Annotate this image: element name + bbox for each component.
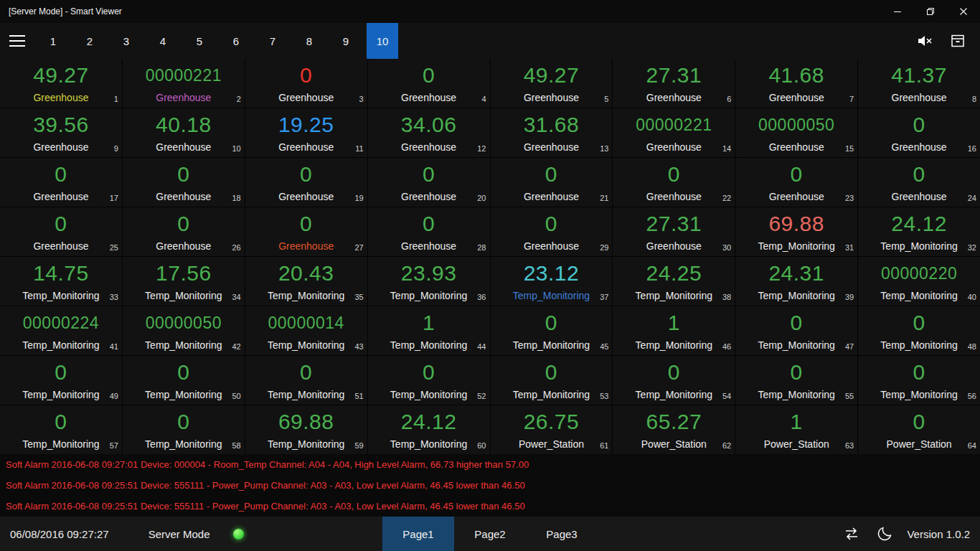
sensor-tile[interactable]: 41.68Greenhouse7 (735, 59, 857, 108)
sensor-tile[interactable]: 00000224Temp_Monitoring41 (0, 306, 122, 355)
sensor-tile[interactable]: 1Temp_Monitoring46 (613, 306, 735, 355)
tab-page1[interactable]: Page1 (382, 517, 454, 551)
sensor-tile[interactable]: 40.18Greenhouse10 (123, 108, 245, 157)
sensor-tile[interactable]: 0Greenhouse19 (245, 158, 367, 207)
sensor-tile[interactable]: 65.27Power_Station62 (613, 405, 735, 454)
sensor-tile[interactable]: 0Temp_Monitoring53 (491, 356, 613, 405)
sensor-tile[interactable]: 0Greenhouse28 (368, 207, 490, 256)
sensor-tile[interactable]: 0Greenhouse16 (858, 108, 980, 157)
sensor-tile[interactable]: 24.12Temp_Monitoring60 (368, 405, 490, 454)
sensor-tile[interactable]: 31.68Greenhouse13 (491, 108, 613, 157)
sensor-tile[interactable]: 0Greenhouse26 (123, 207, 245, 256)
sensor-tile[interactable]: 14.75Temp_Monitoring33 (0, 257, 122, 306)
tile-label: Greenhouse (858, 92, 980, 104)
sensor-tile[interactable]: 0Temp_Monitoring47 (735, 306, 857, 355)
sensor-tile[interactable]: 0Temp_Monitoring58 (123, 405, 245, 454)
tile-index: 41 (110, 342, 118, 351)
tile-index: 9 (114, 144, 118, 153)
minimize-button[interactable] (881, 0, 914, 23)
sensor-tile[interactable]: 0Greenhouse27 (245, 207, 367, 256)
sensor-tile[interactable]: 00000221Greenhouse2 (123, 59, 245, 108)
sensor-tile[interactable]: 26.75Power_Station61 (491, 405, 613, 454)
sensor-tile[interactable]: 1Power_Station63 (735, 405, 857, 454)
menu-button[interactable] (0, 23, 34, 59)
sensor-tile[interactable]: 1Temp_Monitoring44 (368, 306, 490, 355)
statusbar: 06/08/2016 09:27:27 Server Mode Page1Pag… (0, 517, 980, 551)
sensor-tile[interactable]: 17.56Temp_Monitoring34 (123, 257, 245, 306)
sensor-tile[interactable]: 00000014Temp_Monitoring43 (245, 306, 367, 355)
sensor-tile[interactable]: 0Power_Station64 (858, 405, 980, 454)
sensor-tile[interactable]: 24.12Temp_Monitoring32 (858, 207, 980, 256)
sensor-tile[interactable]: 0Greenhouse23 (735, 158, 857, 207)
sensor-tile[interactable]: 27.31Greenhouse6 (613, 59, 735, 108)
sensor-tile[interactable]: 0Temp_Monitoring49 (0, 356, 122, 405)
sensor-tile[interactable]: 34.06Greenhouse12 (368, 108, 490, 157)
sensor-tile[interactable]: 0Temp_Monitoring54 (613, 356, 735, 405)
sensor-tile[interactable]: 0Temp_Monitoring57 (0, 405, 122, 454)
sensor-tile[interactable]: 00000050Temp_Monitoring42 (123, 306, 245, 355)
close-button[interactable] (947, 0, 980, 23)
sensor-tile[interactable]: 00000221Greenhouse14 (613, 108, 735, 157)
nav-page-4[interactable]: 4 (147, 23, 179, 59)
sensor-tile[interactable]: 0Greenhouse20 (368, 158, 490, 207)
nav-page-10[interactable]: 10 (367, 23, 398, 59)
sensor-tile[interactable]: 00000220Temp_Monitoring40 (858, 257, 980, 306)
night-mode-button[interactable] (868, 517, 901, 551)
nav-page-3[interactable]: 3 (110, 23, 142, 59)
sensor-tile[interactable]: 0Temp_Monitoring48 (858, 306, 980, 355)
nav-page-9[interactable]: 9 (330, 23, 362, 59)
sensor-tile[interactable]: 0Temp_Monitoring55 (735, 356, 857, 405)
sensor-tile[interactable]: 0Temp_Monitoring50 (123, 356, 245, 405)
sensor-tile[interactable]: 49.27Greenhouse5 (491, 59, 613, 108)
tile-label: Temp_Monitoring (613, 389, 735, 401)
nav-page-5[interactable]: 5 (184, 23, 215, 59)
nav-page-6[interactable]: 6 (220, 23, 252, 59)
tab-page2[interactable]: Page2 (454, 517, 526, 551)
archive-button[interactable] (941, 23, 974, 59)
sensor-tile[interactable]: 0Greenhouse4 (368, 59, 490, 108)
tile-index: 48 (968, 342, 976, 351)
tile-value: 0 (368, 158, 490, 191)
sensor-tile[interactable]: 23.12Temp_Monitoring37 (491, 257, 613, 306)
sensor-tile[interactable]: 20.43Temp_Monitoring35 (245, 257, 367, 306)
sensor-tile[interactable]: 27.31Greenhouse30 (613, 207, 735, 256)
sensor-tile[interactable]: 0Greenhouse29 (491, 207, 613, 256)
tile-label: Temp_Monitoring (368, 339, 490, 352)
tile-value: 00000221 (123, 59, 245, 92)
sensor-tile[interactable]: 0Greenhouse22 (613, 158, 735, 207)
nav-page-7[interactable]: 7 (257, 23, 288, 59)
sensor-tile[interactable]: 0Greenhouse24 (858, 158, 980, 207)
sensor-tile[interactable]: 0Temp_Monitoring45 (491, 306, 613, 355)
mute-button[interactable] (908, 23, 941, 59)
sensor-tile[interactable]: 69.88Temp_Monitoring31 (735, 207, 857, 256)
sensor-tile[interactable]: 0Greenhouse18 (123, 158, 245, 207)
tile-value: 0 (0, 405, 122, 438)
sync-mode-button[interactable] (835, 517, 868, 551)
tile-label: Temp_Monitoring (123, 339, 245, 352)
nav-page-1[interactable]: 1 (37, 23, 69, 59)
sensor-tile[interactable]: 0Greenhouse17 (0, 158, 122, 207)
sensor-tile[interactable]: 0Greenhouse21 (491, 158, 613, 207)
tab-page3[interactable]: Page3 (526, 517, 598, 551)
tile-label: Power_Station (735, 438, 857, 451)
sensor-tile[interactable]: 0Temp_Monitoring51 (245, 356, 367, 405)
nav-page-8[interactable]: 8 (293, 23, 325, 59)
tile-value: 0 (0, 207, 122, 240)
sensor-tile[interactable]: 41.37Greenhouse8 (858, 59, 980, 108)
sensor-tile[interactable]: 69.88Temp_Monitoring59 (245, 405, 367, 454)
sensor-tile[interactable]: 0Temp_Monitoring52 (368, 356, 490, 405)
sensor-tile[interactable]: 23.93Temp_Monitoring36 (368, 257, 490, 306)
restore-button[interactable] (914, 0, 947, 23)
sensor-tile[interactable]: 19.25Greenhouse11 (245, 108, 367, 157)
sensor-tile[interactable]: 24.31Temp_Monitoring39 (735, 257, 857, 306)
sensor-tile[interactable]: 39.56Greenhouse9 (0, 108, 122, 157)
sensor-tile[interactable]: 49.27Greenhouse1 (0, 59, 122, 108)
tile-index: 3 (359, 95, 364, 103)
sensor-tile[interactable]: 24.25Temp_Monitoring38 (613, 257, 735, 306)
tile-index: 10 (232, 144, 241, 153)
sensor-tile[interactable]: 0Greenhouse25 (0, 207, 122, 256)
sensor-tile[interactable]: 0Greenhouse3 (245, 59, 367, 108)
sensor-tile[interactable]: 0Temp_Monitoring56 (858, 356, 980, 405)
sensor-tile[interactable]: 00000050Greenhouse15 (735, 108, 857, 157)
nav-page-2[interactable]: 2 (74, 23, 105, 59)
